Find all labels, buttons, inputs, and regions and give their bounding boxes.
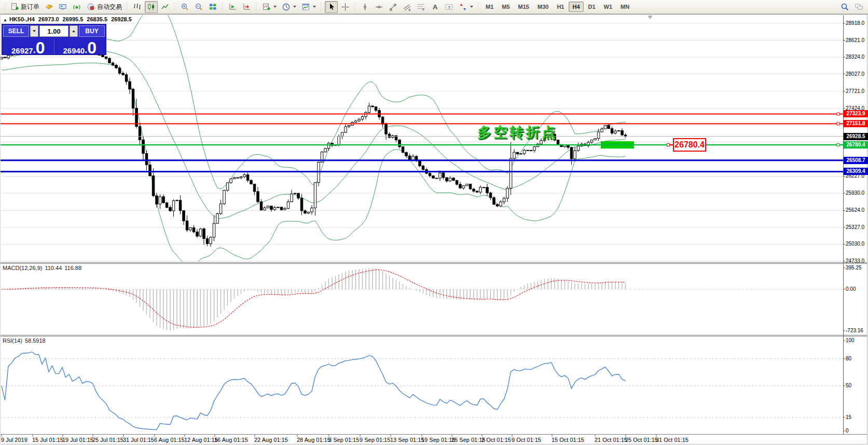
periods-button[interactable] (280, 1, 298, 13)
timeframe-m5-button[interactable]: M5 (498, 2, 513, 12)
search-button[interactable] (838, 1, 851, 13)
horizontal-line-icon (375, 3, 383, 11)
collapse-icon[interactable]: ▲ (3, 18, 7, 22)
timeframe-m30-button[interactable]: M30 (534, 2, 552, 12)
chart-header: ▲HK50-,H426973.026995.526835.526928.5 (3, 16, 135, 22)
timeframe-mn-button[interactable]: MN (617, 2, 633, 12)
price-callout-label[interactable]: 26780.4 (673, 138, 706, 152)
bar-chart-button[interactable] (131, 1, 144, 13)
time-tick-label: 2 Oct 01:15 (481, 437, 511, 443)
rsi-scale-label: 80 (846, 355, 851, 362)
cursor-icon (327, 3, 336, 11)
channel-button[interactable]: E (401, 1, 414, 13)
macd-name: MACD(12,26,9) (3, 265, 42, 271)
svg-text:A: A (433, 3, 438, 11)
volume-decrease-button[interactable] (30, 25, 38, 37)
fibonacci-button[interactable]: F (415, 1, 428, 13)
auto-scroll-button[interactable] (226, 1, 239, 13)
time-tick-label: 12 Aug 01:15 (184, 437, 218, 443)
timeframe-m1-button[interactable]: M1 (482, 2, 497, 12)
timeframe-h4-button[interactable]: H4 (569, 2, 583, 12)
buy-price[interactable]: 26940.0 (55, 38, 105, 56)
chart-shift-button[interactable] (240, 1, 253, 13)
chevron-up-icon (72, 30, 75, 32)
current-price-label: 26928.5 (844, 133, 868, 140)
volume-increase-button[interactable] (70, 25, 78, 37)
buy-button[interactable]: BUY (79, 25, 105, 37)
arrows-icon (459, 3, 467, 11)
tile-windows-button[interactable] (206, 1, 219, 13)
autotrading-button[interactable]: 自动交易 (85, 1, 124, 13)
line-chart-button[interactable] (159, 1, 172, 13)
line-price-label: 26780.4 (844, 141, 868, 149)
crosshair-button[interactable] (339, 1, 352, 13)
rsi-indicator-label: RSI(14)58.5918 (3, 338, 48, 344)
timeframe-h1-button[interactable]: H1 (553, 2, 568, 12)
price-tick-label: 25930.0 (846, 190, 864, 197)
history-center-icon (45, 3, 53, 11)
label-button[interactable]: T (443, 1, 456, 13)
rsi-scale-label: 50 (846, 382, 851, 389)
cursor-button[interactable] (325, 1, 338, 13)
svg-text:T: T (448, 5, 451, 9)
rsi-scale-label: 100 (846, 337, 855, 344)
chart-annotation-text[interactable]: 多空转折点 (477, 123, 558, 142)
timeframe-d1-button[interactable]: D1 (585, 2, 599, 12)
price-tick-label: 25030.0 (846, 240, 864, 248)
chevron-down-icon (273, 6, 277, 8)
trendline-button[interactable] (387, 1, 399, 13)
svg-text:E: E (409, 8, 411, 11)
divider (54, 39, 54, 55)
line-price-label: 27151.8 (844, 120, 868, 127)
macd-indicator-label: MACD(12,26,9)110.44116.88 (3, 265, 84, 271)
zoom-in-icon (181, 3, 189, 11)
signals-button[interactable] (71, 1, 84, 13)
macd-signal-value: 116.88 (64, 265, 81, 271)
candlestick-chart-button[interactable] (145, 1, 158, 13)
price-chart-canvas[interactable] (0, 0, 868, 445)
time-tick-label: 9 Jul 2019 (1, 437, 27, 443)
horizontal-line-button[interactable] (373, 1, 385, 13)
bar-chart-icon (133, 3, 142, 11)
history-center-button[interactable] (43, 1, 56, 13)
sell-button[interactable]: SELL (3, 25, 29, 37)
sell-price[interactable]: 26927.0 (3, 38, 53, 56)
search-icon (841, 3, 849, 11)
toolbar-grip (221, 2, 224, 11)
candlestick-chart-icon (147, 3, 156, 11)
time-tick-label: 19 Jul 01:15 (62, 437, 93, 443)
time-tick-label: 6 Aug 01:15 (154, 437, 185, 443)
zoom-out-button[interactable] (192, 1, 205, 13)
line-price-label: 26508.7 (844, 157, 868, 164)
time-tick-label: 3 Sep 01:15 (328, 437, 359, 443)
one-click-trading-panel: SELL 1.00 BUY 26927.0 26940.0 (2, 24, 106, 55)
indicators-button[interactable] (260, 1, 279, 13)
volume-input[interactable]: 1.00 (39, 25, 68, 37)
chevron-down-icon (313, 6, 316, 8)
new-order-button[interactable]: 新订单 (8, 1, 42, 13)
indicators-icon (262, 3, 271, 11)
vertical-line-button[interactable] (359, 1, 371, 13)
arrows-button[interactable] (457, 1, 475, 13)
ohlc-low: 26835.5 (87, 16, 107, 22)
autotrading-button-label: 自动交易 (97, 3, 122, 11)
mt4-window: 新订单自动交易EFATM1M5M15M30H1H4D1W1MN ▲HK50-,H… (0, 0, 868, 445)
community-button[interactable] (852, 1, 865, 13)
time-tick-label: 15 Oct 01:15 (552, 437, 584, 443)
text-button[interactable]: A (429, 1, 442, 13)
market-watch-button[interactable] (57, 1, 70, 13)
chevron-down-icon (470, 6, 473, 8)
timeframe-m15-button[interactable]: M15 (515, 2, 533, 12)
timeframe-w1-button[interactable]: W1 (600, 2, 616, 12)
label-icon: T (445, 3, 453, 11)
zoom-out-icon (195, 3, 203, 11)
toolbar-grip (255, 2, 257, 11)
periods-icon (282, 3, 291, 11)
macd-main-value: 110.44 (45, 265, 62, 271)
time-tick-label: 21 Oct 01:15 (595, 437, 627, 443)
rsi-scale-label: 15 (846, 414, 851, 421)
zoom-in-button[interactable] (178, 1, 191, 13)
auto-scroll-icon (228, 3, 237, 11)
toolbar: 新订单自动交易EFATM1M5M15M30H1H4D1W1MN (0, 0, 868, 14)
templates-button[interactable] (299, 1, 318, 13)
